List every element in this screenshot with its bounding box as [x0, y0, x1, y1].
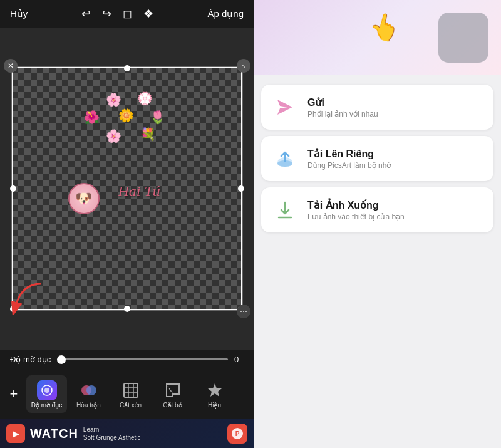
picsart-logo: P [227, 424, 247, 444]
erase-button[interactable]: ◻ [123, 7, 132, 21]
right-panel: 👆 Gửi Phối lại ảnh với nhau [254, 0, 501, 448]
hand-pointer-annotation: 👆 [366, 9, 404, 45]
red-arrow-annotation [3, 278, 53, 315]
top-bar-left: Hủy [10, 8, 28, 19]
svg-marker-11 [167, 384, 179, 397]
flower-1: 🌸 [106, 92, 121, 107]
svg-text:P: P [235, 430, 240, 437]
opacity-slider[interactable] [57, 358, 228, 360]
eraser-icon: ◻ [123, 7, 132, 21]
handle-middle-left[interactable] [10, 185, 16, 192]
hoa-tron-icon [79, 380, 99, 400]
download-icon [271, 196, 299, 224]
handle-bottom-center[interactable] [124, 306, 130, 312]
do-mo-duc-icon [37, 380, 57, 400]
flower-6: 🌸 [106, 128, 121, 143]
svg-marker-16 [277, 100, 292, 115]
top-bar: Hủy ↩ ↪ ◻ ❖ Áp dụng [0, 0, 254, 28]
send-icon [271, 93, 299, 121]
bottom-tools: + Độ mờ đục [0, 369, 254, 419]
layers-button[interactable]: ❖ [143, 7, 153, 21]
cat-bo-label: Cắt bỏ [163, 402, 182, 409]
svg-rect-6 [124, 383, 138, 397]
cat-xen-icon [121, 380, 141, 400]
flower-7: 💐 [140, 127, 156, 142]
upload-card-text: Tải Lên Riêng Dùng PicsArt làm bộ nhớ [307, 148, 483, 170]
download-card-text: Tải Ảnh Xuống Lưu ảnh vào thiết bị của b… [307, 199, 483, 221]
ad-inner[interactable]: ▶ WATCH Learn Soft Grunge Asthetic P [0, 419, 254, 448]
hieu-label: Hiệu [208, 402, 221, 409]
upload-subtitle: Dùng PicsArt làm bộ nhớ [307, 161, 483, 170]
ad-logo: ▶ [6, 424, 25, 443]
redo-button[interactable]: ↪ [102, 7, 111, 21]
opacity-value: 0 [234, 355, 244, 364]
gray-shape [438, 13, 488, 63]
svg-point-3 [44, 388, 49, 393]
left-panel: Hủy ↩ ↪ ◻ ❖ Áp dụng [0, 0, 254, 448]
huy-button[interactable]: Hủy [10, 8, 28, 19]
do-mo-duc-label: Độ mờ đục [31, 402, 63, 409]
svg-point-18 [277, 160, 292, 167]
top-bar-center: ↩ ↪ ◻ ❖ [81, 7, 153, 21]
canvas-wrapper: 🌸 💮 🌺 🌼 🌷 🌸 💐 🐶 Hai Tú ✕ ⤡ ⋯ [11, 66, 243, 311]
handle-top-center[interactable] [124, 65, 130, 71]
upload-title: Tải Lên Riêng [307, 148, 483, 160]
tool-hoa-tron[interactable]: Hòa trộn [68, 375, 109, 413]
undo-button[interactable]: ↩ [81, 7, 91, 21]
flower-2: 💮 [137, 91, 153, 106]
layers-icon: ❖ [143, 7, 153, 21]
canvas-scale-button[interactable]: ⤡ [237, 59, 250, 73]
right-top-area: 👆 [254, 0, 501, 75]
hieu-icon [205, 380, 225, 400]
tool-hieu[interactable]: Hiệu [194, 375, 235, 413]
canvas-more-button[interactable]: ⋯ [237, 305, 250, 318]
cat-bo-icon [163, 380, 183, 400]
send-subtitle: Phối lại ảnh với nhau [307, 110, 483, 118]
menu-card-upload[interactable]: Tải Lên Riêng Dùng PicsArt làm bộ nhớ [261, 136, 493, 181]
opacity-area: Độ mờ đục 0 [0, 350, 254, 369]
opacity-label: Độ mờ đục [10, 355, 51, 364]
flower-4: 🌼 [118, 108, 134, 123]
send-card-text: Gửi Phối lại ảnh với nhau [307, 96, 483, 118]
add-tool-button[interactable]: + [3, 375, 25, 413]
apply-button[interactable]: Áp dụng [207, 8, 244, 19]
top-bar-right: Áp dụng [207, 8, 244, 19]
tool-do-mo-duc[interactable]: Độ mờ đục [26, 375, 67, 413]
canvas-background[interactable]: 🌸 💮 🌺 🌼 🌷 🌸 💐 🐶 Hai Tú [11, 66, 243, 311]
menu-card-download[interactable]: Tải Ảnh Xuống Lưu ảnh vào thiết bị của b… [261, 187, 493, 232]
right-bottom-spacer [254, 410, 501, 448]
canvas-close-button[interactable]: ✕ [4, 59, 18, 73]
hoa-tron-label: Hòa trộn [76, 402, 101, 409]
download-subtitle: Lưu ảnh vào thiết bị của bạn [307, 212, 483, 221]
download-title: Tải Ảnh Xuống [307, 199, 483, 211]
flower-3: 🌺 [84, 110, 100, 125]
send-title: Gửi [307, 96, 483, 108]
upload-icon [271, 145, 299, 172]
cat-xen-label: Cắt xén [120, 402, 142, 409]
svg-point-5 [86, 385, 96, 395]
svg-marker-13 [208, 383, 222, 397]
ad-watch-text: WATCH [30, 427, 78, 441]
menu-card-send[interactable]: Gửi Phối lại ảnh với nhau [261, 85, 493, 130]
handle-middle-right[interactable] [238, 185, 244, 192]
menu-cards: Gửi Phối lại ảnh với nhau Tải Lên Riêng … [254, 75, 501, 410]
svg-line-12 [167, 384, 173, 394]
snoopy-circle: 🐶 [68, 183, 100, 214]
undo-icon: ↩ [81, 7, 91, 21]
tool-cat-bo[interactable]: Cắt bỏ [152, 375, 193, 413]
hai-tu-text: Hai Tú [118, 183, 160, 200]
canvas-area: 🌸 💮 🌺 🌼 🌷 🌸 💐 🐶 Hai Tú ✕ ⤡ ⋯ [0, 28, 254, 350]
ad-banner: ▶ WATCH Learn Soft Grunge Asthetic P [0, 419, 254, 448]
ad-description: Learn Soft Grunge Asthetic [83, 425, 141, 442]
redo-icon: ↪ [102, 7, 111, 21]
flower-5: 🌷 [150, 110, 165, 125]
tool-cat-xen[interactable]: Cắt xén [110, 375, 151, 413]
